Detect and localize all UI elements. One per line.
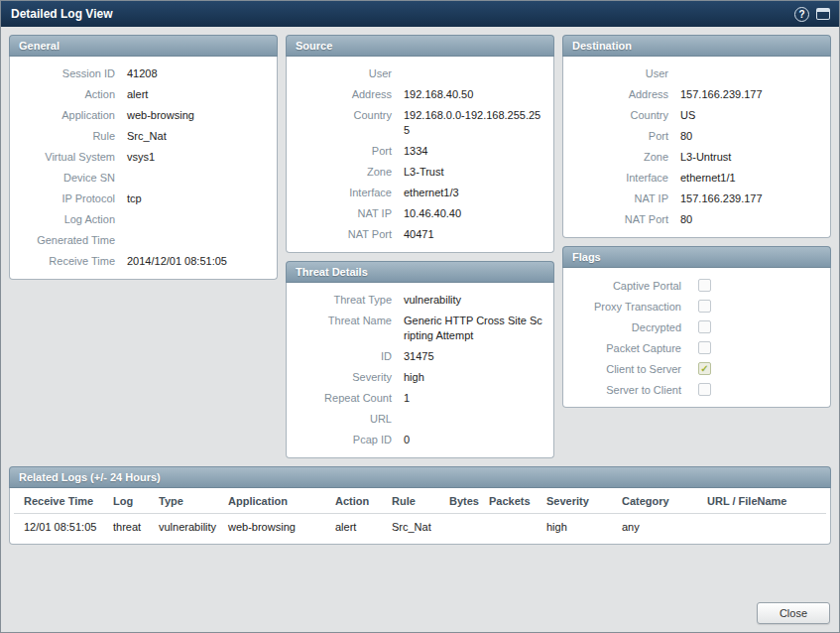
destination-panel-body: User Address 157.166.239.177 Country US [562,57,831,238]
field-value: web-browsing [127,108,269,123]
field-label: User [295,66,404,81]
dialog-titlebar: Detailed Log View ? [1,1,839,27]
field-label: Interface [571,171,680,186]
flag-captive-portal: Captive Portal [571,275,822,296]
packet-capture-checkbox [698,341,711,354]
flag-label: Packet Capture [571,342,698,354]
field-destination-nat-ip: NAT IP 157.166.239.177 [571,189,822,209]
destination-panel-header: Destination [562,35,831,57]
field-value [127,233,269,248]
cell-url-filename [703,514,826,538]
field-label: Country [571,108,680,123]
field-label: NAT IP [295,206,404,221]
field-value: US [680,108,822,123]
field-destination-address: Address 157.166.239.177 [571,84,822,105]
field-label: Threat Name [295,314,404,343]
column-header-rule: Rule [388,490,445,514]
field-value: alert [127,87,269,102]
field-label: Interface [295,186,404,200]
field-receive-time: Receive Time 2014/12/01 08:51:05 [18,251,269,272]
field-source-nat-ip: NAT IP 10.46.40.40 [295,203,545,224]
source-panel-header: Source [286,35,554,57]
column-left: General Session ID 41208 Action alert Ap… [9,35,278,280]
field-label: Application [18,108,127,123]
field-ip-protocol: IP Protocol tcp [18,189,269,209]
field-value: 192.168.40.50 [404,87,545,102]
column-header-url-filename: URL / FileName [703,490,826,514]
column-right: Destination User Address 157.166.239.177… [562,35,831,408]
field-value: Src_Nat [127,129,269,144]
help-icon[interactable]: ? [794,7,809,22]
field-label: Threat Type [295,293,404,308]
threat-details-panel: Threat Details Threat Type vulnerability… [286,261,554,458]
flag-label: Server to Client [571,384,698,396]
field-repeat-count: Repeat Count 1 [295,388,545,409]
cell-packets [485,514,542,538]
field-value: 192.168.0.0-192.168.255.255 [404,108,545,138]
close-button[interactable]: Close [757,602,830,624]
field-label: Address [571,87,680,102]
field-label: IP Protocol [18,191,127,206]
field-label: Pcap ID [295,433,404,447]
flag-client-to-server: Client to Server ✓ [571,358,822,379]
field-value [404,66,545,81]
field-pcap-id: Pcap ID 0 [295,430,545,450]
cell-severity: high [542,514,618,538]
column-header-type: Type [155,490,224,514]
field-value: 1334 [404,144,545,159]
field-label: Address [295,87,404,102]
column-header-bytes: Bytes [445,490,485,514]
cell-bytes [445,514,485,538]
field-value: Generic HTTP Cross Site Scripting Attemp… [404,314,545,343]
captive-portal-checkbox [698,279,711,292]
field-severity: Severity high [295,367,545,388]
field-label: Port [295,144,404,159]
cell-category: any [618,514,703,538]
server-to-client-checkbox [698,383,711,396]
related-logs-panel-header: Related Logs (+/- 24 Hours) [9,466,831,488]
threat-details-panel-body: Threat Type vulnerability Threat Name Ge… [286,283,554,458]
field-label: Country [295,108,404,138]
field-label: Generated Time [18,233,127,248]
field-label: Rule [18,129,127,144]
field-label: User [571,66,680,81]
table-header-row: Receive Time Log Type Application Action… [14,490,826,514]
field-label: Repeat Count [295,391,404,406]
general-panel: General Session ID 41208 Action alert Ap… [9,35,278,280]
field-value: 80 [680,212,822,227]
window-icon[interactable] [816,8,830,20]
field-rule: Rule Src_Nat [18,126,269,147]
field-value: vsys1 [127,150,269,165]
table-row[interactable]: 12/01 08:51:05 threat vulnerability web-… [14,514,826,538]
field-source-user: User [295,63,545,84]
cell-log: threat [109,514,155,538]
field-value: 157.166.239.177 [680,191,822,206]
field-destination-port: Port 80 [571,126,822,147]
field-value: 80 [680,129,822,144]
cell-receive-time: 12/01 08:51:05 [14,514,109,538]
field-source-interface: Interface ethernet1/3 [295,183,545,203]
column-header-log: Log [109,490,155,514]
field-label: NAT IP [571,191,680,206]
field-threat-id: ID 31475 [295,346,545,367]
field-value: L3-Untrust [680,150,822,165]
field-url: URL [295,409,545,430]
threat-details-panel-header: Threat Details [286,261,554,283]
flags-panel-header: Flags [562,246,831,268]
field-value: 157.166.239.177 [680,87,822,102]
flag-label: Client to Server [571,363,698,375]
column-header-action: Action [331,490,388,514]
field-value: high [404,370,545,385]
field-source-address: Address 192.168.40.50 [295,84,545,105]
field-session-id: Session ID 41208 [18,63,269,84]
field-label: ID [295,349,404,364]
field-label: Virtual System [18,150,127,165]
field-label: Session ID [18,66,127,81]
general-panel-header: General [9,35,278,57]
column-header-application: Application [224,490,331,514]
panel-columns: General Session ID 41208 Action alert Ap… [9,35,831,458]
field-value [680,66,822,81]
cell-type: vulnerability [155,514,224,538]
field-threat-type: Threat Type vulnerability [295,290,545,311]
dialog-title: Detailed Log View [11,7,794,21]
